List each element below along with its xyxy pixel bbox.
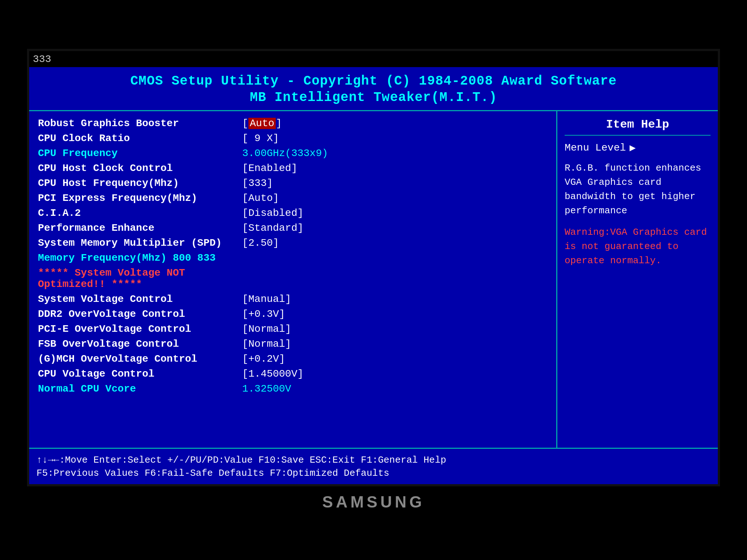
left-panel: Robust Graphics Booster [Auto] CPU Clock… — [29, 111, 557, 452]
header-title1: CMOS Setup Utility - Copyright (C) 1984-… — [29, 74, 718, 89]
bios-row: DDR2 OverVoltage Control [+0.3V] — [38, 308, 547, 320]
bottom-row2: F5:Previous Values F6:Fail-Safe Defaults… — [36, 468, 711, 479]
bios-row-label: PCI-E OverVoltage Control — [38, 323, 242, 335]
bios-row-label: CPU Host Clock Control — [38, 163, 242, 174]
bios-row-value: [Auto] — [242, 192, 279, 204]
top-bar-number: 333 — [33, 54, 51, 65]
menu-level-row: Menu Level ▶ — [565, 141, 711, 154]
bios-row-value: [Auto] — [242, 118, 282, 129]
right-panel: Item Help Menu Level ▶ R.G.B. function e… — [557, 111, 718, 452]
bios-row: ***** System Voltage NOT Optimized!! ***… — [38, 267, 547, 290]
bios-row-label: CPU Frequency — [38, 148, 242, 159]
bios-row-value: [Enabled] — [242, 163, 297, 174]
item-help-title: Item Help — [565, 118, 711, 136]
bios-row-label: Memory Frequency(Mhz) 800 833 — [38, 252, 242, 264]
bios-row: Normal CPU Vcore 1.32500V — [38, 383, 547, 394]
bios-row-value: [1.45000V] — [242, 368, 303, 380]
bios-row: CPU Host Frequency(Mhz) [333] — [38, 178, 547, 189]
menu-level-label: Menu Level — [565, 142, 626, 153]
bios-row-value: [333] — [242, 178, 273, 189]
bios-header: CMOS Setup Utility - Copyright (C) 1984-… — [29, 67, 718, 111]
bios-row-label: CPU Host Frequency(Mhz) — [38, 178, 242, 189]
monitor: 333 CMOS Setup Utility - Copyright (C) 1… — [0, 0, 747, 560]
bios-row: PCI-E OverVoltage Control [Normal] — [38, 323, 547, 335]
menu-level-arrow: ▶ — [630, 141, 636, 154]
bios-row-value: 3.00GHz(333x9) — [242, 148, 328, 159]
bios-row: PCI Express Frequency(Mhz) [Auto] — [38, 192, 547, 204]
bios-screen: 333 CMOS Setup Utility - Copyright (C) 1… — [27, 49, 720, 486]
bios-row-label: FSB OverVoltage Control — [38, 338, 242, 350]
bios-row: CPU Voltage Control [1.45000V] — [38, 368, 547, 380]
bios-row: CPU Clock Ratio [ 9 X] — [38, 133, 547, 144]
bios-warning-label: ***** System Voltage NOT Optimized!! ***… — [38, 267, 242, 290]
bottom-row1: ↑↓→←:Move Enter:Select +/-/PU/PD:Value F… — [36, 455, 711, 466]
bios-row: System Voltage Control [Manual] — [38, 293, 547, 305]
bios-row-label: Robust Graphics Booster — [38, 118, 242, 129]
bios-row: Performance Enhance [Standard] — [38, 222, 547, 234]
bios-row-label: DDR2 OverVoltage Control — [38, 308, 242, 320]
bios-row-value: [ 9 X] — [242, 133, 279, 144]
bios-row: FSB OverVoltage Control [Normal] — [38, 338, 547, 350]
bios-row-value: 1.32500V — [242, 383, 291, 394]
bios-row-label: (G)MCH OverVoltage Control — [38, 353, 242, 365]
bios-row-label: Normal CPU Vcore — [38, 383, 242, 394]
bios-row-label: C.I.A.2 — [38, 207, 242, 219]
bios-row-label: Performance Enhance — [38, 222, 242, 234]
bios-row-value: [Manual] — [242, 293, 291, 305]
bios-row-label: CPU Voltage Control — [38, 368, 242, 380]
highlighted-value: Auto — [248, 118, 276, 129]
bios-row-value: [2.50] — [242, 237, 279, 249]
top-bar: 333 — [29, 51, 718, 67]
item-help-description: R.G.B. function enhances VGA Graphics ca… — [565, 161, 711, 218]
bios-row-value: [+0.3V] — [242, 308, 285, 320]
bios-row-value: [+0.2V] — [242, 353, 285, 365]
bios-row-value: [Standard] — [242, 222, 303, 234]
item-help-warning: Warning:VGA Graphics card is not guarant… — [565, 225, 711, 268]
bios-row: C.I.A.2 [Disabled] — [38, 207, 547, 219]
bios-row-label: System Voltage Control — [38, 293, 242, 305]
bios-row-label: System Memory Multiplier (SPD) — [38, 237, 242, 249]
bottom-bar: ↑↓→←:Move Enter:Select +/-/PU/PD:Value F… — [29, 448, 718, 484]
bios-row-value: [Disabled] — [242, 207, 303, 219]
bios-row: Robust Graphics Booster [Auto] — [38, 118, 547, 129]
bios-row: Memory Frequency(Mhz) 800 833 — [38, 252, 547, 264]
bios-row-value: [Normal] — [242, 338, 291, 350]
bios-row-label: CPU Clock Ratio — [38, 133, 242, 144]
header-title2: MB Intelligent Tweaker(M.I.T.) — [29, 90, 718, 105]
bios-row: System Memory Multiplier (SPD) [2.50] — [38, 237, 547, 249]
bios-row-label: PCI Express Frequency(Mhz) — [38, 192, 242, 204]
bios-row: CPU Frequency 3.00GHz(333x9) — [38, 148, 547, 159]
bios-row: CPU Host Clock Control [Enabled] — [38, 163, 547, 174]
samsung-brand: SAMSUNG — [322, 493, 425, 511]
bios-row-value: [Normal] — [242, 323, 291, 335]
bios-row: (G)MCH OverVoltage Control [+0.2V] — [38, 353, 547, 365]
main-content: Robust Graphics Booster [Auto] CPU Clock… — [29, 111, 718, 452]
